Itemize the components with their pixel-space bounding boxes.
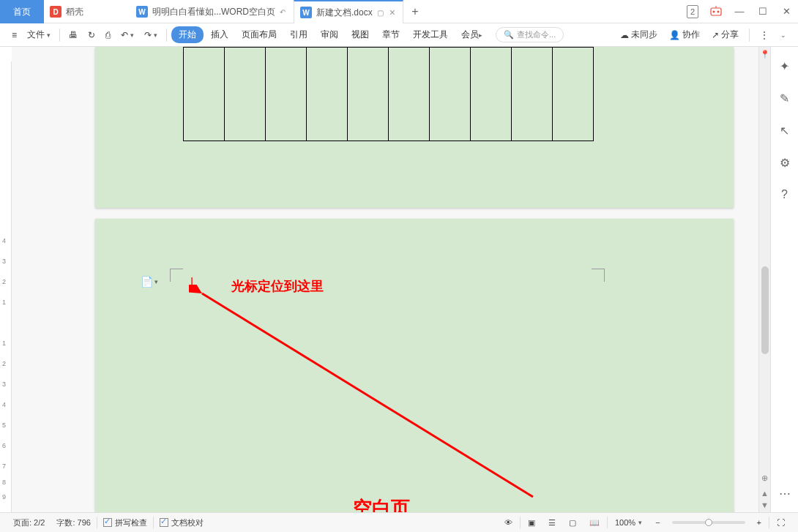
scrollbar-vertical[interactable]: 📍 ⊕ ▲ ▼ <box>758 47 770 512</box>
scroll-options-icon[interactable]: ⊕ <box>761 473 768 483</box>
tab-home[interactable]: 首页 <box>0 0 44 23</box>
reading-mode-icon[interactable]: 👁 <box>499 518 518 527</box>
page-up-icon[interactable]: ▲ <box>761 489 769 498</box>
menu-dev[interactable]: 开发工具 <box>407 26 454 43</box>
tab-template[interactable]: D 稻壳 <box>44 0 130 23</box>
settings-icon[interactable]: ⚙ <box>778 155 792 170</box>
word-icon: W <box>136 6 148 18</box>
maximize-button[interactable]: ☐ <box>751 0 775 23</box>
menu-icon[interactable]: ≡ <box>7 28 21 42</box>
unsync-button[interactable]: ☁未同步 <box>616 26 662 43</box>
annotation-blank-page: 空白页 <box>353 495 410 512</box>
menu-section[interactable]: 章节 <box>376 26 406 43</box>
page-2[interactable]: 📄▾ | 光标定位到这里 空白页 <box>95 219 734 512</box>
edit-icon[interactable]: ✎ <box>778 91 792 105</box>
preview-icon[interactable]: ↻ <box>83 28 100 42</box>
main-area: 📄▾ | 光标定位到这里 空白页 📍 ⊕ ▲ ▼ ✦ ✎ ↖ ⚙ ? ⋯ <box>0 47 798 512</box>
zoom-slider[interactable] <box>672 521 745 524</box>
svg-point-2 <box>717 10 720 12</box>
window-badge[interactable]: 2 <box>681 0 704 23</box>
check-icon <box>103 518 112 527</box>
zoom-thumb[interactable] <box>705 519 712 526</box>
expand-icon[interactable]: ⌄ <box>776 29 791 41</box>
svg-line-4 <box>202 293 533 497</box>
tab-restore-icon[interactable]: ↶ <box>280 8 286 16</box>
menu-member[interactable]: 会员▸ <box>455 26 488 43</box>
menu-layout[interactable]: 页面布局 <box>236 26 283 43</box>
svg-point-1 <box>713 10 715 12</box>
word-count[interactable]: 字数: 796 <box>51 517 96 528</box>
window-controls: 2 — ☐ ✕ <box>681 0 798 23</box>
right-panel: ✦ ✎ ↖ ⚙ ? ⋯ <box>770 47 798 512</box>
print2-icon[interactable]: ⎙ <box>101 28 115 42</box>
share-button[interactable]: ↗分享 <box>707 26 743 43</box>
template-icon: D <box>50 6 61 18</box>
view-print-icon[interactable]: ▣ <box>522 518 541 528</box>
close-button[interactable]: ✕ <box>775 0 798 23</box>
view-web-icon[interactable]: ▢ <box>563 518 582 528</box>
undo-icon[interactable]: ↶▾ <box>116 28 138 42</box>
assistant-icon[interactable]: ✦ <box>778 59 792 73</box>
toolbar: ≡ 文件▾ 🖶 ↻ ⎙ ↶▾ ↷▾ 开始 插入 页面布局 引用 审阅 视图 章节… <box>0 23 798 47</box>
word-icon: W <box>300 7 312 18</box>
check-icon <box>160 518 168 527</box>
editor-area[interactable]: 📄▾ | 光标定位到这里 空白页 <box>12 47 758 512</box>
annotation-arrow <box>189 285 540 504</box>
zoom-in[interactable]: + <box>751 518 767 527</box>
zoom-value[interactable]: 100%▾ <box>609 518 648 527</box>
cursor-position: | <box>190 276 193 289</box>
view-read-icon[interactable]: 📖 <box>583 518 605 528</box>
pin-icon[interactable]: 📍 <box>760 50 770 59</box>
paste-options-icon[interactable]: 📄▾ <box>141 276 158 288</box>
minimize-button[interactable]: — <box>728 0 751 23</box>
view-outline-icon[interactable]: ☰ <box>542 518 562 528</box>
help-icon[interactable]: ? <box>778 187 792 202</box>
zoom-out[interactable]: − <box>649 518 665 527</box>
tab-window-icon[interactable]: ▢ <box>377 9 384 17</box>
spellcheck-toggle[interactable]: 拼写检查 <box>97 517 153 528</box>
panel-more-icon[interactable]: ⋯ <box>778 486 792 501</box>
fullscreen-icon[interactable]: ⛶ <box>771 518 791 527</box>
tab-doc2-active[interactable]: W 新建文档.docx ▢ × <box>294 0 403 23</box>
titlebar: 首页 D 稻壳 W 明明白白看懂如...WORD空白页 ↶ W 新建文档.doc… <box>0 0 798 23</box>
page-down-icon[interactable]: ▼ <box>761 501 769 509</box>
more-icon[interactable]: ⋮ <box>756 28 773 42</box>
statusbar: 页面: 2/2 字数: 796 拼写检查 文档校对 👁 ▣ ☰ ▢ 📖 100%… <box>0 512 798 532</box>
menu-insert[interactable]: 插入 <box>205 26 234 43</box>
menu-view[interactable]: 视图 <box>346 26 375 43</box>
print-icon[interactable]: 🖶 <box>64 28 82 42</box>
file-menu[interactable]: 文件▾ <box>23 26 55 43</box>
scrollbar-thumb[interactable] <box>761 266 769 354</box>
annotation-cursor-here: 光标定位到这里 <box>231 277 324 295</box>
menu-review[interactable]: 审阅 <box>315 26 344 43</box>
tab-close-icon[interactable]: × <box>389 7 395 18</box>
search-icon: 🔍 <box>504 30 514 40</box>
collab-button[interactable]: 👤协作 <box>665 26 704 43</box>
svg-rect-0 <box>711 8 721 15</box>
document-table[interactable] <box>183 47 594 141</box>
tab-doc1[interactable]: W 明明白白看懂如...WORD空白页 ↶ <box>130 0 294 23</box>
tab-add[interactable]: + <box>403 0 427 23</box>
select-icon[interactable]: ↖ <box>778 123 792 138</box>
page-1[interactable] <box>95 47 734 208</box>
menu-reference[interactable]: 引用 <box>284 26 313 43</box>
menu-start[interactable]: 开始 <box>171 26 204 43</box>
robot-icon[interactable] <box>704 0 728 23</box>
redo-icon[interactable]: ↷▾ <box>140 28 162 42</box>
search-input[interactable]: 🔍 查找命令... <box>496 27 564 42</box>
doccheck-toggle[interactable]: 文档校对 <box>154 517 209 528</box>
page-indicator[interactable]: 页面: 2/2 <box>7 517 51 528</box>
